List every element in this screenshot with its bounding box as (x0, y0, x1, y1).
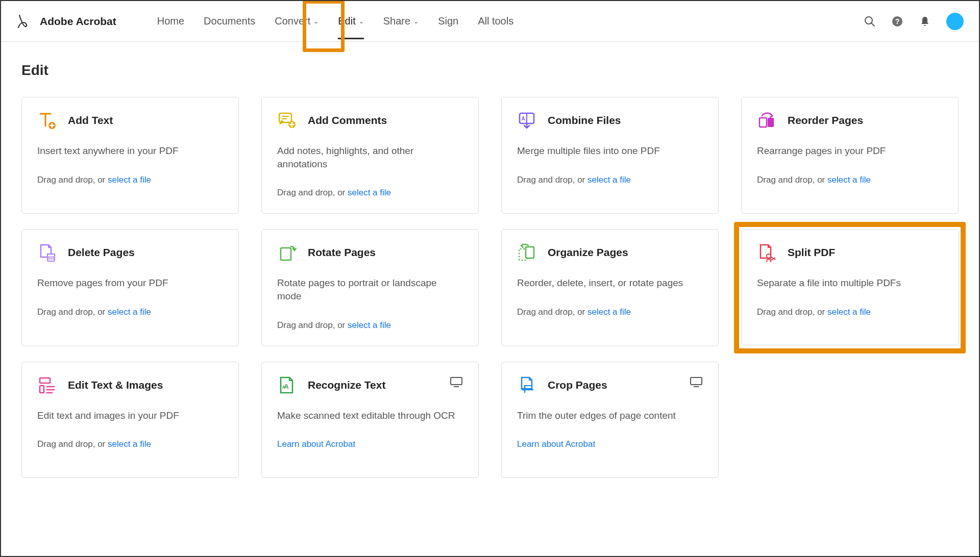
svg-rect-13 (768, 118, 774, 127)
card-footer: Drag and drop, or select a file (277, 320, 463, 331)
card-footer: Drag and drop, or select a file (37, 439, 223, 449)
page-title: Edit (21, 62, 959, 79)
desktop-only-icon (450, 376, 463, 388)
card-desc: Insert text anywhere in your PDF (37, 144, 223, 158)
avatar[interactable] (946, 13, 964, 30)
svg-rect-33 (691, 377, 702, 385)
card-title: Rotate Pages (308, 246, 376, 259)
card-title: Split PDF (788, 246, 835, 259)
card-organize-pages[interactable]: Organize Pages Reorder, delete, insert, … (501, 229, 719, 346)
card-desc: Rotate pages to portrait or landscape mo… (277, 276, 463, 302)
reorder-pages-icon (757, 111, 776, 130)
desktop-only-icon (690, 376, 703, 388)
split-pdf-icon (757, 243, 776, 262)
select-file-link[interactable]: select a file (587, 307, 631, 317)
nav-share[interactable]: Share⌄ (383, 15, 419, 27)
card-crop-pages[interactable]: Crop Pages Trim the outer edges of page … (501, 362, 719, 478)
crop-pages-icon (517, 375, 536, 395)
recognize-text-icon: AA (277, 375, 297, 395)
learn-link[interactable]: Learn about Acrobat (517, 439, 595, 449)
card-title: Crop Pages (548, 379, 607, 391)
nav-convert-label: Convert (275, 15, 310, 27)
svg-text:?: ? (895, 17, 899, 26)
card-title: Delete Pages (68, 246, 135, 259)
card-footer: Drag and drop, or select a file (517, 175, 703, 185)
card-combine-files[interactable]: A Combine Files Merge multiple files int… (501, 97, 719, 214)
card-desc: Remove pages from your PDF (37, 276, 223, 290)
footer-prefix: Drag and drop, or (517, 307, 587, 317)
nav-sign[interactable]: Sign (438, 15, 458, 27)
card-title: Edit Text & Images (68, 379, 163, 391)
select-file-link[interactable]: select a file (348, 188, 391, 197)
nav-edit[interactable]: Edit⌄ (338, 15, 363, 27)
topbar-right: ? (864, 13, 964, 30)
nav-edit-label: Edit (338, 15, 355, 27)
select-file-link[interactable]: select a file (348, 320, 391, 330)
nav-convert[interactable]: Convert⌄ (275, 15, 318, 27)
card-split-pdf-wrapper: Split PDF Separate a file into multiple … (741, 229, 959, 346)
top-bar: Adobe Acrobat Home Documents Convert⌄ Ed… (1, 1, 979, 42)
rotate-pages-icon (277, 243, 297, 262)
chevron-down-icon: ⌄ (413, 18, 419, 25)
select-file-link[interactable]: select a file (827, 175, 871, 185)
card-desc: Separate a file into multiple PDFs (757, 276, 943, 290)
svg-rect-19 (281, 248, 291, 260)
brand-name: Adobe Acrobat (40, 15, 116, 28)
card-footer: Drag and drop, or select a file (757, 175, 943, 185)
svg-rect-29 (451, 377, 462, 385)
footer-prefix: Drag and drop, or (37, 307, 108, 317)
card-title: Organize Pages (548, 246, 628, 259)
select-file-link[interactable]: select a file (108, 439, 151, 449)
svg-rect-21 (526, 247, 534, 258)
learn-link[interactable]: Learn about Acrobat (277, 439, 355, 449)
card-reorder-pages[interactable]: Reorder Pages Rearrange pages in your PD… (741, 97, 959, 214)
card-title: Reorder Pages (788, 114, 863, 126)
card-desc: Make scanned text editable through OCR (277, 409, 463, 422)
main-nav: Home Documents Convert⌄ Edit⌄ Share⌄ Sig… (157, 15, 513, 27)
card-recognize-text[interactable]: AA Recognize Text Make scanned text edit… (261, 362, 479, 478)
card-title: Add Text (68, 114, 113, 126)
card-add-comments[interactable]: Add Comments Add notes, highlights, and … (261, 97, 479, 214)
help-icon[interactable]: ? (891, 15, 903, 28)
card-desc: Rearrange pages in your PDF (757, 144, 943, 158)
card-title: Recognize Text (308, 379, 385, 391)
select-file-link[interactable]: select a file (108, 307, 151, 317)
delete-pages-icon (37, 243, 57, 262)
card-delete-pages[interactable]: Delete Pages Remove pages from your PDF … (21, 229, 239, 346)
acrobat-logo-icon (16, 13, 33, 30)
footer-prefix: Drag and drop, or (37, 175, 108, 185)
svg-point-23 (767, 259, 771, 262)
card-split-pdf[interactable]: Split PDF Separate a file into multiple … (741, 229, 959, 345)
footer-prefix: Drag and drop, or (277, 188, 348, 197)
search-icon[interactable] (864, 15, 876, 28)
nav-documents-label: Documents (204, 15, 255, 27)
nav-home[interactable]: Home (157, 15, 184, 27)
nav-sign-label: Sign (438, 15, 458, 27)
brand: Adobe Acrobat (16, 13, 116, 30)
svg-text:A: A (282, 385, 286, 390)
add-comments-icon (277, 111, 297, 130)
card-desc: Trim the outer edges of page content (517, 409, 703, 422)
svg-rect-12 (760, 118, 767, 127)
footer-prefix: Drag and drop, or (757, 307, 827, 317)
card-add-text[interactable]: Add Text Insert text anywhere in your PD… (21, 97, 239, 214)
footer-prefix: Drag and drop, or (37, 439, 108, 449)
card-title: Combine Files (548, 114, 621, 126)
cards-grid: Add Text Insert text anywhere in your PD… (21, 97, 959, 478)
select-file-link[interactable]: select a file (587, 175, 631, 185)
notifications-icon[interactable] (919, 15, 931, 28)
card-edit-text-images[interactable]: Edit Text & Images Edit text and images … (21, 362, 239, 478)
chevron-down-icon: ⌄ (313, 18, 318, 25)
nav-all-tools[interactable]: All tools (478, 15, 513, 27)
card-footer: Drag and drop, or select a file (37, 175, 223, 185)
svg-line-1 (871, 23, 874, 26)
card-rotate-pages[interactable]: Rotate Pages Rotate pages to portrait or… (261, 229, 479, 346)
chevron-down-icon: ⌄ (359, 18, 364, 25)
card-footer: Drag and drop, or select a file (757, 307, 943, 317)
footer-prefix: Drag and drop, or (277, 320, 348, 330)
nav-documents[interactable]: Documents (204, 15, 255, 27)
select-file-link[interactable]: select a file (108, 175, 151, 185)
card-footer: Learn about Acrobat (277, 439, 463, 449)
footer-prefix: Drag and drop, or (517, 175, 587, 185)
select-file-link[interactable]: select a file (827, 307, 871, 317)
